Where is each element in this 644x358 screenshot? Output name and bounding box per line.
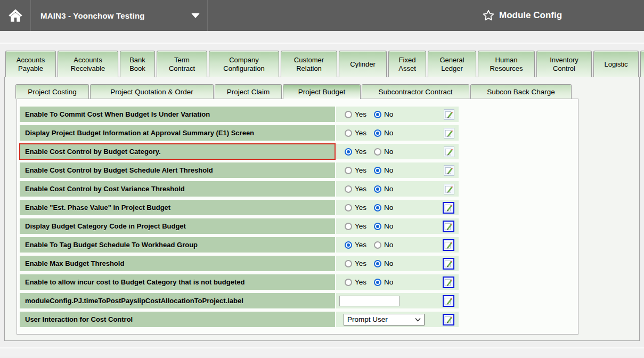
radio-group: Yes No bbox=[345, 204, 401, 211]
edit-icon[interactable] bbox=[443, 202, 454, 214]
yes-radio[interactable] bbox=[345, 111, 352, 118]
yes-radio[interactable] bbox=[345, 260, 352, 267]
radio-group: Yes No bbox=[345, 110, 401, 118]
module-tab-general-ledger[interactable]: General Ledger bbox=[428, 51, 476, 77]
yes-radio[interactable] bbox=[345, 167, 352, 174]
setting-value-cell: Yes No bbox=[336, 256, 459, 271]
edit-icon[interactable] bbox=[443, 276, 454, 288]
module-tab-company-configuration[interactable]: Company Configuration bbox=[209, 51, 279, 77]
yes-radio[interactable] bbox=[345, 148, 352, 156]
no-radio[interactable] bbox=[374, 279, 381, 286]
setting-value-cell: Yes No bbox=[336, 181, 459, 197]
page-title-block: Module Config bbox=[482, 0, 562, 31]
yes-label: Yes bbox=[355, 166, 366, 174]
cost-control-select[interactable]: Prompt User bbox=[344, 314, 425, 326]
home-button[interactable] bbox=[0, 0, 31, 31]
setting-row: Enable "Est. Phase Value" in Project Bud… bbox=[20, 200, 575, 215]
setting-label-cell: Enable To Commit Cost When Budget Is Und… bbox=[20, 107, 335, 122]
no-label: No bbox=[384, 129, 393, 137]
radio-group: Yes No bbox=[345, 129, 401, 137]
no-radio[interactable] bbox=[374, 223, 381, 230]
no-label: No bbox=[384, 278, 393, 286]
no-radio[interactable] bbox=[374, 185, 381, 193]
module-tab-accounts-receivable[interactable]: Accounts Receivable bbox=[58, 51, 118, 77]
tab-subcon-back-charge[interactable]: Subcon Back Charge bbox=[470, 84, 572, 99]
yes-radio[interactable] bbox=[345, 185, 352, 193]
module-tab-human-resources[interactable]: Human Resources bbox=[478, 51, 535, 77]
module-tab-fixed-asset[interactable]: Fixed Asset bbox=[388, 51, 426, 77]
yes-radio[interactable] bbox=[345, 129, 352, 137]
edit-icon[interactable] bbox=[444, 109, 454, 120]
subheader-strip-2 bbox=[0, 44, 644, 51]
radio-group: Yes No bbox=[345, 148, 401, 156]
edit-icon[interactable] bbox=[443, 258, 454, 270]
star-icon[interactable] bbox=[482, 9, 495, 22]
yes-radio[interactable] bbox=[345, 279, 352, 286]
edit-icon[interactable] bbox=[443, 314, 454, 326]
no-radio[interactable] bbox=[374, 204, 381, 211]
setting-label: Enable Max Budget Threshold bbox=[25, 259, 124, 267]
edit-icon[interactable] bbox=[444, 165, 454, 176]
edit-icon[interactable] bbox=[443, 221, 454, 232]
module-tabs: Accounts Payable Accounts Receivable Ban… bbox=[0, 51, 644, 77]
setting-label-cell: Enable "Est. Phase Value" in Project Bud… bbox=[20, 200, 335, 215]
site-selector-dropdown[interactable]: MAIN3 - Yoonchow Testing bbox=[31, 0, 208, 31]
tab-project-costing[interactable]: Project Costing bbox=[15, 84, 89, 99]
edit-icon[interactable] bbox=[443, 295, 454, 307]
yes-label: Yes bbox=[355, 278, 366, 286]
tab-subcontractor-contract[interactable]: Subcontractor Contract bbox=[362, 84, 469, 99]
setting-label: Enable To Commit Cost When Budget Is Und… bbox=[25, 110, 210, 118]
setting-label: moduleConfig.PJ.timeToPostPayslipCostAll… bbox=[25, 297, 243, 305]
no-radio[interactable] bbox=[374, 167, 381, 174]
page-title: Module Config bbox=[499, 10, 562, 21]
setting-label-cell: Enable to allow incur cost to Budget Cat… bbox=[20, 274, 335, 290]
yes-radio[interactable] bbox=[345, 241, 352, 249]
radio-group: Yes No bbox=[345, 185, 401, 193]
yes-radio[interactable] bbox=[345, 223, 352, 230]
edit-icon[interactable] bbox=[444, 147, 454, 157]
setting-value-cell: Yes No bbox=[336, 125, 459, 141]
edit-icon[interactable] bbox=[443, 239, 454, 251]
no-label: No bbox=[384, 110, 393, 118]
setting-label: User Interaction for Cost Control bbox=[25, 315, 133, 323]
tab-project-budget[interactable]: Project Budget bbox=[283, 84, 361, 99]
module-tab-cylinder[interactable]: Cylinder bbox=[339, 51, 387, 77]
setting-value-cell: Yes No bbox=[336, 107, 459, 122]
module-tab-partial[interactable] bbox=[640, 51, 644, 77]
module-tab-bank-book[interactable]: Bank Book bbox=[120, 51, 155, 77]
module-tab-customer-relation[interactable]: Customer Relation bbox=[281, 51, 337, 77]
radio-group: Yes No bbox=[345, 241, 401, 249]
topbar: MAIN3 - Yoonchow Testing Module Config bbox=[0, 0, 644, 31]
no-radio[interactable] bbox=[374, 148, 381, 156]
setting-row: Enable To Tag Budget Schedule To Workhea… bbox=[20, 237, 575, 253]
setting-label-cell: moduleConfig.PJ.timeToPostPayslipCostAll… bbox=[20, 293, 335, 308]
module-tab-inventory-control[interactable]: Inventory Control bbox=[536, 51, 592, 77]
payslip-label-input[interactable] bbox=[339, 296, 400, 306]
setting-row: User Interaction for Cost Control Prompt… bbox=[20, 312, 575, 327]
edit-icon[interactable] bbox=[444, 128, 454, 139]
setting-row: Enable To Commit Cost When Budget Is Und… bbox=[20, 107, 575, 122]
setting-label: Display Budget Category Code in Project … bbox=[25, 222, 186, 230]
module-tab-term-contract[interactable]: Term Contract bbox=[157, 51, 207, 77]
yes-radio[interactable] bbox=[345, 204, 352, 211]
setting-label-cell: Enable Cost Control by Cost Variance Thr… bbox=[20, 181, 335, 197]
setting-label: Enable "Est. Phase Value" in Project Bud… bbox=[25, 204, 170, 211]
chevron-down-icon bbox=[191, 13, 200, 18]
no-label: No bbox=[384, 241, 393, 249]
setting-value-cell: Prompt User bbox=[336, 312, 459, 327]
module-tab-logistic[interactable]: Logistic bbox=[593, 51, 639, 77]
no-radio[interactable] bbox=[374, 111, 381, 118]
module-config-panel: Project Costing Project Quotation & Orde… bbox=[4, 77, 640, 341]
tab-project-quotation-order[interactable]: Project Quotation & Order bbox=[90, 84, 214, 99]
no-radio[interactable] bbox=[374, 129, 381, 137]
module-tab-accounts-payable[interactable]: Accounts Payable bbox=[5, 51, 56, 77]
no-radio[interactable] bbox=[374, 260, 381, 267]
setting-row: Enable Max Budget Threshold Yes No bbox=[20, 256, 575, 271]
edit-icon[interactable] bbox=[444, 184, 454, 194]
yes-label: Yes bbox=[355, 222, 366, 230]
tab-project-claim[interactable]: Project Claim bbox=[215, 84, 282, 99]
yes-label: Yes bbox=[355, 129, 366, 137]
no-label: No bbox=[384, 259, 393, 267]
no-radio[interactable] bbox=[374, 241, 381, 249]
yes-label: Yes bbox=[355, 110, 366, 118]
